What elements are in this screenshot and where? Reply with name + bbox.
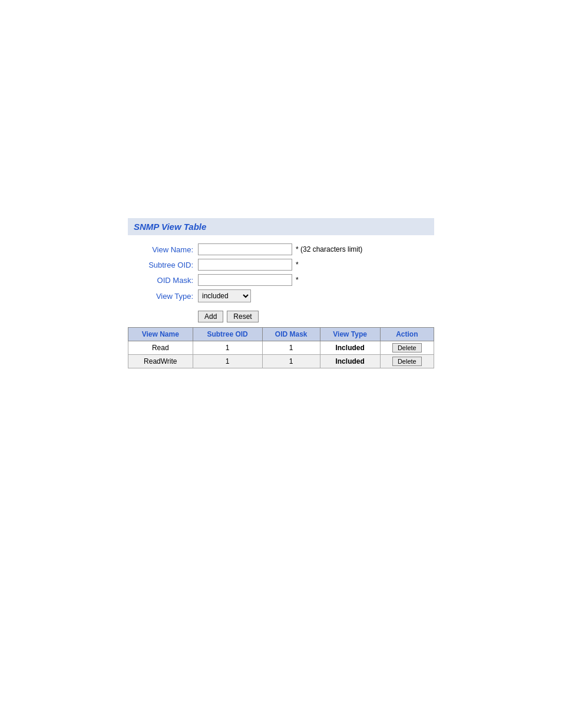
- cell-view-name: ReadWrite: [128, 355, 193, 368]
- oid-mask-input[interactable]: [198, 274, 292, 286]
- add-button[interactable]: Add: [198, 311, 223, 322]
- reset-button[interactable]: Reset: [227, 311, 258, 322]
- button-row: Add Reset: [128, 311, 434, 322]
- view-type-row: View Type: included excluded: [128, 289, 434, 302]
- col-header-view-type: View Type: [320, 328, 380, 341]
- delete-button[interactable]: Delete: [392, 343, 422, 353]
- cell-action: Delete: [380, 341, 434, 355]
- col-header-view-name: View Name: [128, 328, 193, 341]
- page-wrapper: SNMP View Table View Name: * (32 charact…: [0, 0, 562, 728]
- cell-view-name: Read: [128, 341, 193, 355]
- view-name-input[interactable]: [198, 243, 292, 255]
- view-type-label: View Type:: [130, 292, 198, 301]
- cell-subtree-oid: 1: [193, 355, 262, 368]
- content-panel: SNMP View Table View Name: * (32 charact…: [128, 218, 434, 368]
- table-header-row: View Name Subtree OID OID Mask View Type…: [128, 328, 434, 341]
- oid-mask-row: OID Mask: *: [128, 274, 434, 286]
- cell-view-type: Included: [320, 355, 380, 368]
- view-name-hint: * (32 characters limit): [296, 245, 362, 253]
- oid-mask-label: OID Mask:: [130, 276, 198, 285]
- table-row: Read11IncludedDelete: [128, 341, 434, 355]
- cell-oid-mask: 1: [262, 341, 320, 355]
- cell-subtree-oid: 1: [193, 341, 262, 355]
- table-row: ReadWrite11IncludedDelete: [128, 355, 434, 368]
- subtree-oid-hint: *: [296, 261, 299, 269]
- view-name-label: View Name:: [130, 245, 198, 254]
- subtree-oid-label: Subtree OID:: [130, 261, 198, 269]
- view-type-select[interactable]: included excluded: [198, 289, 251, 302]
- cell-oid-mask: 1: [262, 355, 320, 368]
- cell-view-type: Included: [320, 341, 380, 355]
- subtree-oid-row: Subtree OID: *: [128, 259, 434, 271]
- col-header-action: Action: [380, 328, 434, 341]
- col-header-oid-mask: OID Mask: [262, 328, 320, 341]
- subtree-oid-input[interactable]: [198, 259, 292, 271]
- cell-action: Delete: [380, 355, 434, 368]
- panel-title: SNMP View Table: [128, 218, 434, 235]
- oid-mask-hint: *: [296, 276, 299, 284]
- form-section: View Name: * (32 characters limit) Subtr…: [128, 241, 434, 311]
- col-header-subtree-oid: Subtree OID: [193, 328, 262, 341]
- view-name-row: View Name: * (32 characters limit): [128, 243, 434, 255]
- delete-button[interactable]: Delete: [392, 357, 422, 366]
- snmp-view-table: View Name Subtree OID OID Mask View Type…: [128, 327, 434, 368]
